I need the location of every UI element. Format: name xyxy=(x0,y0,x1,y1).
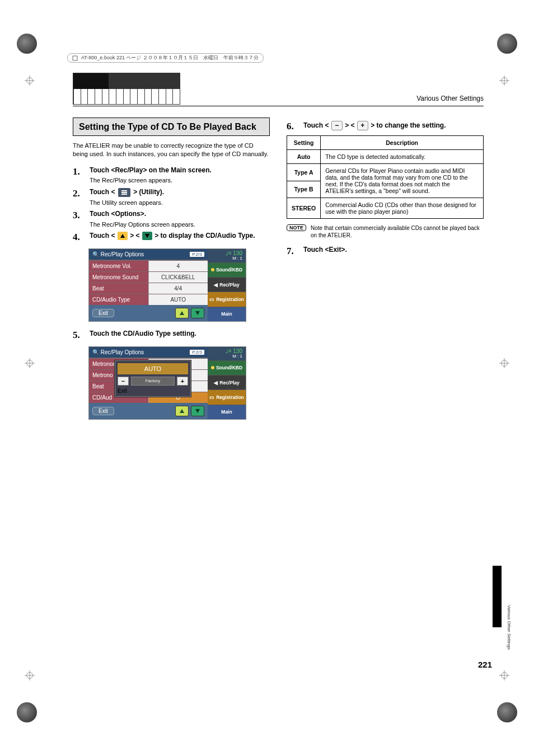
popup-factory-button[interactable]: Factory xyxy=(131,377,175,386)
section-intro: The ATELIER may be unable to correctly r… xyxy=(73,142,270,158)
crop-mark-icon xyxy=(499,358,509,368)
step-1-sub: The Rec/Play screen appears. xyxy=(90,176,270,184)
step-2-title: Touch < > (Utility). xyxy=(90,188,270,197)
exit-button[interactable]: Exit xyxy=(92,309,114,317)
side-tab-main[interactable]: Main xyxy=(208,307,246,321)
arrow-up-icon xyxy=(118,232,128,240)
screenshot-page-indicator: P.2/3 xyxy=(190,252,204,257)
screenshot-title: 🔍 Rec/Play Options xyxy=(92,349,144,355)
table-cell-desc: The CD type is detected automatically. xyxy=(321,150,484,164)
screenshot-title: 🔍 Rec/Play Options xyxy=(92,251,144,257)
option-label: CD/Audio Type xyxy=(89,294,148,305)
svg-rect-19 xyxy=(121,192,127,193)
side-tab-rec[interactable]: ◀Rec/Play xyxy=(208,277,246,292)
side-tab-main[interactable]: Main xyxy=(208,405,246,419)
table-cell-setting: STEREO xyxy=(287,198,321,219)
table-cell-setting: Auto xyxy=(287,150,321,164)
table-cell-setting: Type A xyxy=(287,164,321,181)
svg-rect-18 xyxy=(121,190,127,191)
nav-down-button[interactable] xyxy=(191,308,204,318)
print-filename-header: AT-800_e.book 221 ページ ２００８年１０月１５日 水曜日 午前… xyxy=(67,53,264,63)
page-number: 221 xyxy=(478,660,492,669)
table-header-description: Description xyxy=(321,136,484,150)
tempo-display: ♩= 130 M : 1 xyxy=(208,249,246,262)
popup-exit-button[interactable]: Exit xyxy=(118,388,127,394)
print-registration-mark xyxy=(497,34,517,54)
crop-mark-icon xyxy=(499,76,509,86)
book-icon xyxy=(72,55,78,61)
popup-current-value: AUTO xyxy=(118,363,188,374)
step-4-title: Touch < > < > to display the CD/Audio Ty… xyxy=(90,232,270,241)
step-6-title: Touch < − > < + > to change the setting. xyxy=(303,121,484,130)
arrow-down-icon xyxy=(142,232,152,240)
value-edit-popup: AUTO − Factory + Exit xyxy=(115,360,191,397)
step-7-title: Touch <Exit>. xyxy=(303,246,484,255)
step-1-title: Touch <Rec/Play> on the Main screen. xyxy=(90,166,270,175)
rec-play-options-popup-screenshot: 🔍 Rec/Play Options P.2/3 Metronome Vol.4… xyxy=(88,346,246,420)
minus-icon: − xyxy=(331,121,343,130)
step-number: 4. xyxy=(73,232,85,243)
side-tab-sound[interactable]: Sound/KBD xyxy=(208,360,246,375)
product-keyboard-image xyxy=(73,73,180,105)
table-cell-desc: General CDs for Player Piano contain aud… xyxy=(321,164,484,198)
step-number: 2. xyxy=(73,188,85,199)
side-tab-rec[interactable]: ◀Rec/Play xyxy=(208,375,246,389)
option-value[interactable]: 4 xyxy=(148,261,208,271)
nav-up-button[interactable] xyxy=(175,308,189,318)
print-registration-mark xyxy=(497,702,517,722)
step-2-sub: The Utility screen appears. xyxy=(90,199,270,206)
option-value[interactable]: 4/4 xyxy=(148,283,208,294)
popup-plus-button[interactable]: + xyxy=(177,377,188,386)
exit-button[interactable]: Exit xyxy=(92,407,114,415)
step-number: 6. xyxy=(287,121,299,132)
nav-down-button[interactable] xyxy=(191,406,204,416)
crop-mark-icon xyxy=(25,670,35,680)
plus-icon: + xyxy=(357,121,368,130)
option-value[interactable]: CLICK&BELL xyxy=(148,272,208,283)
page-section-breadcrumb: Various Other Settings xyxy=(416,95,484,105)
table-cell-setting: Type B xyxy=(287,181,321,198)
note-text: Note that certain commercially available… xyxy=(311,224,484,239)
print-filename-text: AT-800_e.book 221 ページ ２００８年１０月１５日 水曜日 午前… xyxy=(81,55,259,60)
tempo-display: ♩= 130 M : 1 xyxy=(208,347,246,360)
step-number: 5. xyxy=(73,330,85,341)
print-registration-mark xyxy=(17,34,37,54)
step-5-title: Touch the CD/Audio Type setting. xyxy=(90,330,270,339)
table-cell-desc: Commercial Audio CD (CDs other than thos… xyxy=(321,198,484,219)
option-label: Metronome Vol. xyxy=(89,261,148,271)
chapter-thumb-label: Various Other Settings xyxy=(507,605,512,650)
side-tab-registration[interactable]: ▭Registration xyxy=(208,292,246,306)
utility-menu-icon xyxy=(118,188,130,197)
print-registration-mark xyxy=(17,702,37,722)
screenshot-page-indicator: P.2/3 xyxy=(190,350,204,355)
crop-mark-icon xyxy=(499,670,509,680)
crop-mark-icon xyxy=(25,358,35,368)
rec-play-options-screenshot: 🔍 Rec/Play Options P.2/3 Metronome Vol.4… xyxy=(88,248,246,322)
step-number: 1. xyxy=(73,166,85,177)
step-number: 3. xyxy=(73,210,85,221)
chapter-thumb-tab xyxy=(493,566,502,627)
option-value[interactable]: AUTO xyxy=(148,294,208,305)
section-title: Setting the Type of CD To Be Played Back xyxy=(73,118,270,136)
note-badge: NOTE xyxy=(287,224,306,231)
popup-minus-button[interactable]: − xyxy=(118,377,129,386)
nav-up-button[interactable] xyxy=(175,406,189,416)
table-header-setting: Setting xyxy=(287,136,321,150)
svg-rect-20 xyxy=(121,194,127,195)
step-3-sub: The Rec/Play Options screen appears. xyxy=(90,220,270,228)
option-label: Metronome Sound xyxy=(89,272,148,283)
side-tab-sound[interactable]: Sound/KBD xyxy=(208,262,246,277)
step-number: 7. xyxy=(287,246,299,257)
step-3-title: Touch <Options>. xyxy=(90,210,270,219)
side-tab-registration[interactable]: ▭Registration xyxy=(208,389,246,404)
crop-mark-icon xyxy=(25,76,35,86)
option-label: Beat xyxy=(89,283,148,294)
cd-type-settings-table: Setting Description Auto The CD type is … xyxy=(287,135,484,219)
